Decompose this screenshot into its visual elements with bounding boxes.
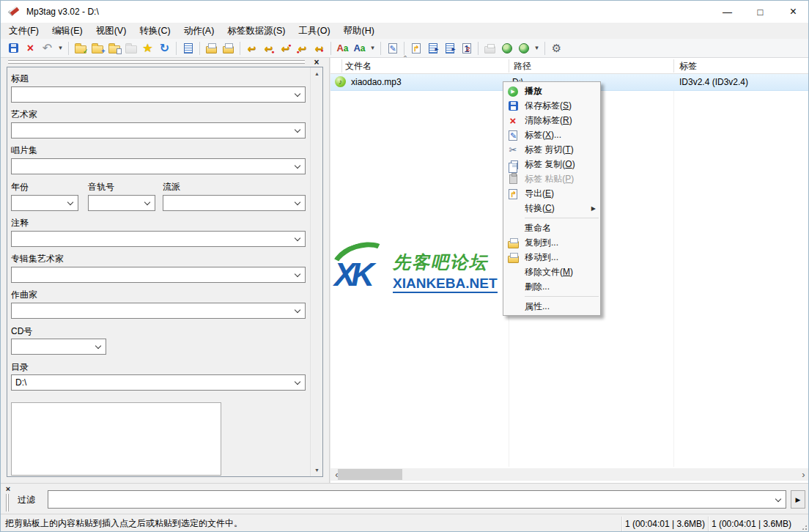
case-conversion-button[interactable]: Aa bbox=[334, 40, 351, 56]
menu-help[interactable]: 帮助(H) bbox=[337, 23, 381, 39]
filter-apply-button[interactable]: ▶ bbox=[791, 490, 805, 509]
menu-item-export[interactable]: ↱ 导出(E) bbox=[503, 186, 600, 201]
menu-item-copy-tag[interactable]: 标签 复制(O) bbox=[503, 157, 600, 171]
print-button[interactable] bbox=[481, 40, 498, 56]
year-label: 年份 bbox=[11, 181, 29, 193]
resize-grip[interactable] bbox=[799, 522, 809, 532]
album-artist-label: 专辑集艺术家 bbox=[11, 253, 64, 265]
favorites-button[interactable]: ★ bbox=[139, 40, 156, 56]
close-button[interactable]: × bbox=[777, 1, 809, 23]
directory-combobox[interactable]: D:\ bbox=[11, 374, 306, 391]
composer-label: 作曲家 bbox=[11, 289, 37, 301]
scroll-down-arrow[interactable]: ▼ bbox=[311, 464, 323, 476]
title-combobox[interactable] bbox=[11, 86, 306, 103]
column-divider[interactable] bbox=[509, 59, 509, 73]
copy-files-button[interactable] bbox=[203, 40, 220, 56]
menu-tag-sources[interactable]: 标签数据源(S) bbox=[221, 23, 292, 39]
column-path[interactable]: 路径 bbox=[514, 60, 531, 73]
menu-item-remove-tag[interactable]: × 清除标签(R) bbox=[503, 113, 600, 128]
add-directory-button[interactable]: + bbox=[89, 40, 106, 56]
menu-item-convert[interactable]: 转换(C) ▶ bbox=[503, 201, 600, 215]
column-divider[interactable] bbox=[673, 59, 674, 73]
undo-menu-button[interactable]: ▾ bbox=[56, 40, 65, 56]
case-menu-dropdown[interactable]: ▾ bbox=[368, 40, 377, 56]
load-playlist-button[interactable] bbox=[106, 40, 122, 56]
menu-item-remove-file[interactable]: 移除文件(M) bbox=[503, 265, 600, 279]
column-tag[interactable]: 标签 bbox=[679, 60, 697, 73]
convert-tag-tag-icon: ↩● bbox=[314, 43, 325, 54]
export-button[interactable]: ↱ bbox=[407, 40, 424, 56]
disc-combobox[interactable] bbox=[11, 339, 106, 355]
menu-convert[interactable]: 转换(C) bbox=[133, 23, 177, 39]
directory-value: D:\ bbox=[15, 377, 26, 388]
filter-close-button[interactable]: × bbox=[4, 484, 12, 493]
horizontal-scrollbar[interactable]: ‹ › bbox=[330, 468, 809, 481]
playlist-all-button[interactable]: ▸ bbox=[441, 40, 458, 56]
menu-view[interactable]: 视图(V) bbox=[89, 23, 133, 39]
menu-item-rename[interactable]: 重命名 bbox=[503, 221, 600, 235]
save-icon bbox=[9, 43, 18, 53]
move-files-button[interactable] bbox=[220, 40, 237, 56]
web-source-button[interactable] bbox=[498, 40, 515, 56]
menu-actions[interactable]: 动作(A) bbox=[177, 23, 221, 39]
maximize-button[interactable]: □ bbox=[744, 1, 777, 23]
menu-item-move-to[interactable]: 移动到... bbox=[503, 250, 600, 265]
genre-combobox[interactable] bbox=[163, 195, 306, 211]
menu-item-delete[interactable]: 删除... bbox=[503, 279, 600, 294]
options-button[interactable]: ⚙ bbox=[548, 40, 565, 56]
web-source-icon bbox=[502, 43, 512, 53]
playlist-file-button[interactable]: ▸ bbox=[424, 40, 441, 56]
refresh-button[interactable]: ↻ bbox=[156, 40, 173, 56]
column-filename[interactable]: 文件名 bbox=[345, 60, 372, 73]
menu-item-properties[interactable]: 属性... bbox=[503, 299, 600, 314]
case-conversion-menu-button[interactable]: Aa bbox=[351, 40, 368, 56]
panel-drag-handle[interactable] bbox=[8, 60, 305, 64]
filter-input[interactable] bbox=[48, 490, 786, 509]
edit-tag-button[interactable]: ✎ bbox=[384, 40, 401, 56]
menu-item-play[interactable]: ▶ 播放 bbox=[503, 84, 600, 98]
convert-filename-filename-button[interactable]: ↩● bbox=[277, 40, 294, 56]
tag-panel-button[interactable] bbox=[180, 40, 196, 56]
menu-item-copy-to[interactable]: 复制到... bbox=[503, 235, 600, 250]
scroll-up-arrow[interactable]: ▲ bbox=[311, 67, 323, 80]
chevron-down-icon bbox=[95, 343, 101, 349]
menu-item-cut-tag[interactable]: ✂ 标签 剪切(T) bbox=[503, 142, 600, 157]
scrollbar-thumb[interactable] bbox=[338, 469, 402, 480]
scroll-right-arrow[interactable]: › bbox=[797, 468, 809, 481]
web-source-menu-button[interactable] bbox=[515, 40, 532, 56]
album-combobox[interactable] bbox=[11, 158, 306, 174]
undo-button[interactable]: ↶ bbox=[39, 40, 56, 56]
menu-item-edit-tag[interactable]: ✎ 标签(X)... bbox=[503, 128, 600, 142]
artist-combobox[interactable] bbox=[11, 122, 306, 138]
convert-tag-filename-button[interactable]: ↩ bbox=[243, 40, 260, 56]
comment-combobox[interactable] bbox=[11, 231, 306, 247]
menu-tools[interactable]: 工具(O) bbox=[292, 23, 337, 39]
edit-tag-icon: ✎ bbox=[388, 43, 397, 53]
refresh-icon: ↻ bbox=[160, 43, 169, 54]
track-combobox[interactable] bbox=[88, 195, 155, 211]
filter-drag-handle[interactable] bbox=[6, 494, 9, 511]
save-tag-button[interactable] bbox=[5, 40, 22, 56]
album-artist-combobox[interactable] bbox=[11, 267, 306, 283]
change-directory-button[interactable]: ✓ bbox=[72, 40, 89, 56]
convert-textfile-tag-button[interactable]: ↩● bbox=[294, 40, 311, 56]
convert-filename-tag-button[interactable]: ↩● bbox=[260, 40, 277, 56]
convert-tag-tag-button[interactable]: ↩● bbox=[311, 40, 328, 56]
panel-close-button[interactable]: × bbox=[311, 57, 322, 67]
album-art-box[interactable] bbox=[11, 402, 221, 476]
panel-scrollbar[interactable]: ▲ ▼ bbox=[310, 67, 322, 476]
year-combobox[interactable] bbox=[11, 195, 78, 211]
autonumbering-wizard-button[interactable]: 12 bbox=[458, 40, 475, 56]
menu-item-save-tag[interactable]: 保存标签(S) bbox=[503, 98, 600, 113]
menu-file[interactable]: 文件(F) bbox=[2, 23, 45, 39]
menu-item-paste-tag[interactable]: 标签 粘贴(P) bbox=[503, 171, 600, 186]
web-source-dropdown[interactable]: ▾ bbox=[532, 40, 542, 56]
menu-edit[interactable]: 编辑(E) bbox=[45, 23, 89, 39]
minimize-button[interactable]: — bbox=[711, 1, 744, 23]
composer-combobox[interactable] bbox=[11, 303, 306, 319]
toolbar-separator bbox=[478, 42, 479, 55]
column-divider[interactable] bbox=[341, 59, 342, 73]
play-icon: ▶ bbox=[507, 86, 519, 97]
remove-tag-button[interactable]: × bbox=[22, 40, 39, 56]
paste-folder-button[interactable] bbox=[122, 40, 139, 56]
